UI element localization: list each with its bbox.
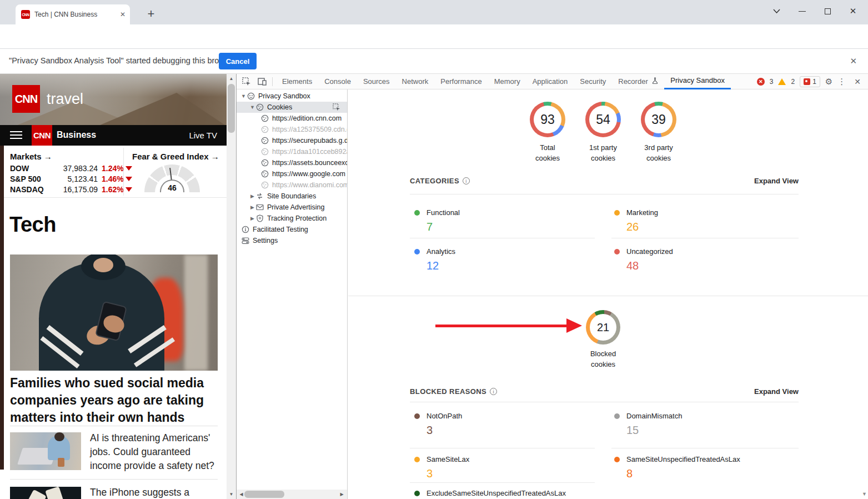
tree-item-url[interactable]: https://a125375509.cdn.o bbox=[237, 124, 347, 135]
thumb-coffee-cup bbox=[58, 458, 64, 467]
tree-label: https://assets.bounceexch bbox=[272, 157, 348, 168]
category-label: Marketing bbox=[626, 208, 658, 217]
tree-item-facilitated-testing[interactable]: Facilitated Testing bbox=[237, 224, 347, 235]
tree-horizontal-scrollbar[interactable]: ◀ ▶ bbox=[237, 490, 348, 499]
caret-right-icon[interactable]: ▶ bbox=[249, 191, 256, 202]
warning-count: 2 bbox=[791, 78, 795, 86]
new-tab-button[interactable]: + bbox=[143, 7, 159, 22]
cnn-logo[interactable]: CNN bbox=[12, 85, 40, 113]
page-scrollbar[interactable]: ▲ ▼ bbox=[227, 74, 236, 499]
error-icon[interactable]: ✕ bbox=[757, 78, 765, 86]
scrollbar-thumb[interactable] bbox=[244, 491, 284, 498]
tree-item-privacy-sandbox[interactable]: ▼ Privacy Sandbox bbox=[237, 91, 347, 102]
minimize-button[interactable] bbox=[789, 0, 815, 22]
tree-item-private-advertising[interactable]: ▶ Private Advertising bbox=[237, 202, 347, 213]
thumb-person-head bbox=[54, 432, 64, 441]
maximize-button[interactable] bbox=[815, 0, 840, 22]
content-area: CNN travel CNN Business Live TV Markets … bbox=[0, 74, 868, 499]
donut-value: 39 bbox=[651, 112, 666, 127]
tab-memory[interactable]: Memory bbox=[488, 74, 526, 89]
tab-performance[interactable]: Performance bbox=[434, 74, 488, 89]
blocked-reasons-expand-view-link[interactable]: Expand View bbox=[754, 387, 799, 396]
travel-wordmark[interactable]: travel bbox=[47, 91, 83, 108]
tab-application[interactable]: Application bbox=[526, 74, 574, 89]
cancel-button[interactable]: Cancel bbox=[219, 53, 257, 69]
categories-expand-view-link[interactable]: Expand View bbox=[754, 177, 799, 185]
tab-recorder[interactable]: Recorder bbox=[612, 74, 664, 89]
business-wordmark[interactable]: Business bbox=[57, 130, 96, 140]
article-headline[interactable]: AI is threatening Americans' jobs. Could… bbox=[90, 431, 218, 473]
article-item[interactable]: AI is threatening Americans' jobs. Could… bbox=[10, 431, 218, 473]
tree-item-site-boundaries[interactable]: ▶ Site Boundaries bbox=[237, 191, 347, 202]
tree-item-url[interactable]: https://1daa101cceb892a bbox=[237, 146, 347, 157]
info-icon[interactable]: i bbox=[490, 388, 497, 395]
tab-search-icon[interactable] bbox=[764, 0, 789, 22]
scroll-down-arrow[interactable]: ▼ bbox=[227, 490, 236, 499]
tree-item-url[interactable]: https://edition.cnn.com bbox=[237, 113, 347, 124]
tree-label: Facilitated Testing bbox=[253, 224, 308, 235]
donut-value: 54 bbox=[596, 112, 610, 127]
caret-right-icon[interactable]: ▶ bbox=[249, 202, 256, 213]
scroll-down-arrow[interactable]: ▼ bbox=[862, 491, 867, 497]
tree-item-cookies[interactable]: ▼ Cookies bbox=[237, 102, 347, 113]
browser-tab[interactable]: CNN Tech | CNN Business ✕ bbox=[16, 4, 130, 24]
tab-network[interactable]: Network bbox=[396, 74, 435, 89]
tree-label: Tracking Protection bbox=[267, 213, 327, 224]
cnn-travel-banner[interactable]: CNN travel bbox=[0, 74, 227, 125]
tab-close-icon[interactable]: ✕ bbox=[120, 11, 126, 18]
tab-privacy-sandbox[interactable]: Privacy Sandbox bbox=[664, 74, 731, 89]
tree-item-url[interactable]: https://www.dianomi.com bbox=[237, 179, 347, 191]
tab-elements[interactable]: Elements bbox=[276, 74, 318, 89]
tree-label: https://www.dianomi.com bbox=[272, 179, 348, 191]
hamburger-menu-icon[interactable] bbox=[10, 131, 22, 139]
scrollbar-thumb[interactable] bbox=[228, 84, 235, 133]
market-name: NASDAQ bbox=[10, 185, 44, 194]
cnn-logo-small[interactable]: CNN bbox=[32, 125, 52, 146]
devtools-settings-gear-icon[interactable]: ⚙ bbox=[825, 77, 832, 87]
article-headline[interactable]: The iPhone suggests a bbox=[90, 486, 218, 499]
tree-item-settings[interactable]: Settings bbox=[237, 235, 347, 246]
article-thumbnail[interactable] bbox=[10, 487, 81, 499]
markets-title-link[interactable]: Markets → bbox=[10, 152, 52, 161]
tab-sources[interactable]: Sources bbox=[357, 74, 396, 89]
lead-headline[interactable]: Families who sued social media companies… bbox=[10, 375, 218, 426]
warning-icon[interactable] bbox=[778, 78, 786, 85]
inspect-element-icon[interactable] bbox=[242, 77, 251, 86]
reason-label: SameSiteUnspecifiedTreatedAsLax bbox=[626, 455, 740, 463]
privacy-sandbox-tree: ▼ Privacy Sandbox ▼ Cookies https://edit… bbox=[237, 89, 348, 490]
info-icon[interactable]: i bbox=[463, 177, 470, 184]
article-thumbnail[interactable] bbox=[10, 432, 81, 470]
live-tv-link[interactable]: Live TV bbox=[189, 131, 217, 140]
devtools-close-icon[interactable]: ✕ bbox=[854, 77, 861, 86]
tree-item-tracking-protection[interactable]: ▶ Tracking Protection bbox=[237, 213, 347, 224]
tab-console[interactable]: Console bbox=[318, 74, 357, 89]
scroll-up-arrow[interactable]: ▲ bbox=[227, 74, 236, 83]
lead-article-image[interactable] bbox=[10, 255, 218, 371]
fear-greed-title-link[interactable]: Fear & Greed Index → bbox=[132, 152, 219, 161]
caret-down-icon[interactable]: ▼ bbox=[240, 91, 247, 102]
market-name: S&P 500 bbox=[10, 174, 41, 183]
devtools-status-badges: ✕ 3 2 1 ⚙ ⋮ ✕ bbox=[757, 76, 868, 87]
tab-security[interactable]: Security bbox=[574, 74, 612, 89]
tree-item-url[interactable]: https://assets.bounceexch bbox=[237, 157, 347, 168]
caret-right-icon[interactable]: ▶ bbox=[249, 213, 256, 224]
reason-label: DomainMismatch bbox=[626, 412, 682, 420]
issues-icon bbox=[804, 78, 810, 85]
scroll-right-arrow[interactable]: ▶ bbox=[337, 490, 347, 499]
caret-down-icon[interactable]: ▼ bbox=[249, 102, 256, 113]
error-count: 3 bbox=[770, 78, 774, 86]
info-icon bbox=[242, 226, 250, 233]
cnn-favicon: CNN bbox=[21, 10, 30, 19]
blocked-reasons-section-header: BLOCKED REASONSi bbox=[410, 387, 497, 396]
tree-item-url[interactable]: https://securepubads.g.do bbox=[237, 135, 347, 146]
devtools-menu-kebab-icon[interactable]: ⋮ bbox=[837, 77, 846, 87]
notification-close-icon[interactable]: ✕ bbox=[850, 56, 857, 66]
issues-badge[interactable]: 1 bbox=[800, 76, 820, 87]
article-item[interactable]: The iPhone suggests a bbox=[10, 486, 218, 499]
down-triangle-icon bbox=[126, 187, 132, 192]
cnn-business-navbar: CNN Business Live TV bbox=[0, 125, 227, 146]
donut-value: 93 bbox=[540, 112, 555, 127]
tree-item-url[interactable]: https://www.google.com bbox=[237, 168, 347, 179]
close-window-button[interactable]: ✕ bbox=[840, 0, 866, 22]
device-toolbar-icon[interactable] bbox=[258, 78, 267, 86]
